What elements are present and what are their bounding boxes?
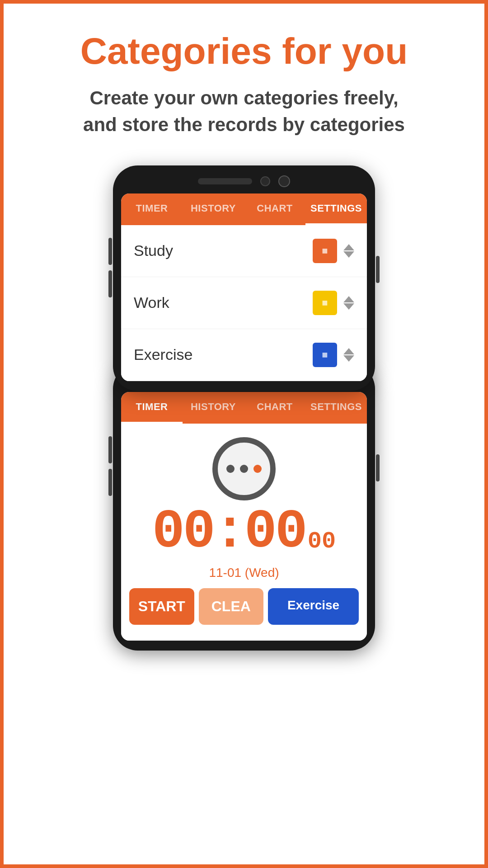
arrow-up-work[interactable] <box>343 296 354 302</box>
tab-timer[interactable]: TIMER <box>121 193 183 225</box>
page-subtitle: Create your own categories freely,and st… <box>83 85 405 138</box>
phone-1-mockup: TIMER HISTORY CHART SETTINGS Study <box>113 165 375 391</box>
tab-chart-2[interactable]: CHART <box>244 392 305 424</box>
phone-2-right-buttons <box>376 454 380 481</box>
timer-sub-digits: 00 <box>308 528 336 555</box>
tab-settings[interactable]: SETTINGS <box>305 193 367 225</box>
timer-main-digits: 00:00 <box>152 505 306 559</box>
bottom-buttons: START CLEA Exercise <box>121 588 367 634</box>
phone-2-left-buttons <box>108 436 112 496</box>
arrow-down-work[interactable] <box>343 303 354 310</box>
color-swatch-work[interactable] <box>313 291 337 315</box>
category-label-exercise: Exercise <box>134 346 313 363</box>
phones-area: TIMER HISTORY CHART SETTINGS Study <box>22 165 466 864</box>
color-swatch-study[interactable] <box>313 239 337 263</box>
arrow-down-study[interactable] <box>343 251 354 258</box>
phone-2-tab-bar: TIMER HISTORY CHART SETTINGS <box>121 392 367 424</box>
arrow-down-exercise[interactable] <box>343 355 354 362</box>
speaker-grille <box>198 178 252 184</box>
phone-right-buttons <box>376 256 380 283</box>
timer-screen-content: 00:00 00 11-01 (Wed) START CLEA Exercise <box>121 424 367 641</box>
settings-row-study: Study <box>121 225 367 277</box>
phone-2-mockup: TIMER HISTORY CHART SETTINGS 00:00 <box>113 364 375 651</box>
arrow-up-study[interactable] <box>343 244 354 250</box>
front-camera-large <box>278 175 290 187</box>
face-dot-3 <box>253 465 262 473</box>
face-selector[interactable] <box>212 437 276 500</box>
settings-list: Study Work <box>121 225 367 381</box>
color-swatch-exercise[interactable] <box>313 343 337 367</box>
settings-row-exercise: Exercise <box>121 329 367 381</box>
arrow-up-exercise[interactable] <box>343 348 354 354</box>
tab-history-2[interactable]: HISTORY <box>183 392 244 424</box>
sort-arrows-work[interactable] <box>343 296 354 310</box>
phone-1-screen: TIMER HISTORY CHART SETTINGS Study <box>121 193 367 381</box>
tab-chart[interactable]: CHART <box>244 193 305 225</box>
sort-arrows-study[interactable] <box>343 244 354 258</box>
category-label-work: Work <box>134 294 313 311</box>
timer-display: 00:00 00 <box>143 505 345 559</box>
front-camera <box>260 176 270 186</box>
phone-2-screen: TIMER HISTORY CHART SETTINGS 00:00 <box>121 392 367 641</box>
volume-up-button <box>108 238 112 265</box>
face-dot-2 <box>240 465 248 473</box>
start-button[interactable]: START <box>129 588 194 625</box>
volume-down-button-2 <box>108 469 112 496</box>
phone-1-notch <box>121 175 367 187</box>
page-headline: Categories for you <box>80 31 408 71</box>
phone-1-tab-bar: TIMER HISTORY CHART SETTINGS <box>121 193 367 225</box>
sort-arrows-exercise[interactable] <box>343 348 354 362</box>
exercise-category-button[interactable]: Exercise <box>268 588 359 625</box>
tab-history[interactable]: HISTORY <box>183 193 244 225</box>
phone-left-buttons <box>108 238 112 297</box>
power-button-2 <box>376 454 380 481</box>
tab-timer-2[interactable]: TIMER <box>121 392 183 424</box>
settings-row-work: Work <box>121 277 367 329</box>
power-button <box>376 256 380 283</box>
category-label-study: Study <box>134 242 313 259</box>
date-display: 11-01 (Wed) <box>209 566 279 580</box>
main-container: Categories for you Create your own categ… <box>4 4 484 864</box>
volume-down-button <box>108 270 112 297</box>
face-dot-1 <box>226 465 235 473</box>
volume-up-button-2 <box>108 436 112 463</box>
tab-settings-2[interactable]: SETTINGS <box>305 392 367 424</box>
clear-button[interactable]: CLEA <box>199 588 264 625</box>
